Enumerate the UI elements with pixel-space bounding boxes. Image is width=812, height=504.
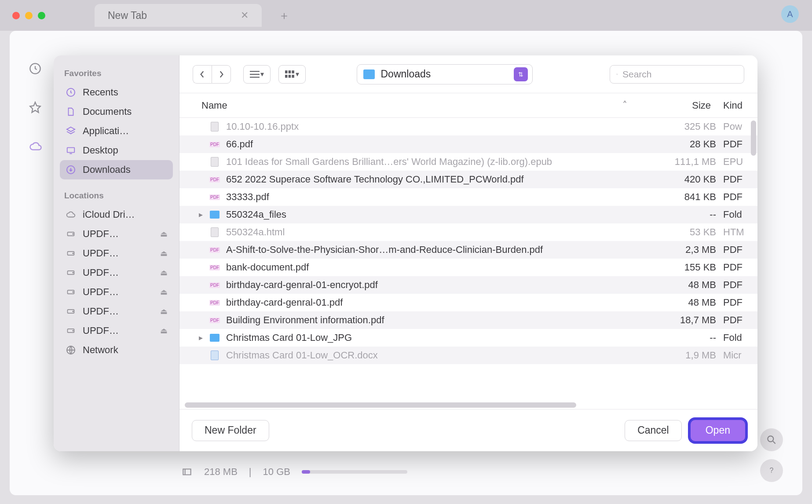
sort-toggle-icon[interactable]: ⇅ [514, 67, 528, 81]
chevron-down-icon: ▾ [296, 70, 299, 78]
eject-icon[interactable]: ⏏ [160, 248, 168, 258]
sidebar-item-downloads[interactable]: Downloads [60, 160, 173, 179]
download-icon [65, 164, 77, 175]
file-row[interactable]: Christmas Card 01-Low_OCR.docx1,9 MBMicr [179, 347, 757, 364]
sidebar-item-desktop[interactable]: Desktop [60, 141, 173, 160]
minimize-window-button[interactable] [25, 12, 33, 19]
browser-tab[interactable]: New Tab ✕ [95, 4, 262, 27]
back-button[interactable] [193, 65, 212, 84]
sidebar-item-updf[interactable]: UPDF…⏏ [60, 244, 173, 263]
sidebar-item-label: Desktop [83, 145, 168, 156]
locations-header: Locations [60, 187, 173, 203]
file-size: 2,3 MB [637, 244, 723, 256]
file-row[interactable]: ▸550324a_files--Fold [179, 206, 757, 223]
svg-rect-18 [250, 71, 260, 72]
svg-rect-23 [292, 70, 294, 73]
file-row[interactable]: PDFBuilding Environment information.pdf1… [179, 311, 757, 329]
storage-status: 218 MB | 10 GB [181, 466, 407, 478]
search-icon [616, 69, 618, 79]
pdf-icon: PDF [209, 177, 220, 183]
sidebar-item-recents[interactable]: Recents [60, 83, 173, 102]
open-button[interactable]: Open [691, 420, 745, 441]
eject-icon[interactable]: ⏏ [160, 268, 168, 278]
file-row[interactable]: 550324a.html53 KBHTM [179, 223, 757, 241]
file-icon [211, 227, 219, 237]
disk-icon [65, 325, 77, 336]
column-size[interactable]: Size [637, 100, 723, 111]
file-row[interactable]: PDFbank-document.pdf155 KBPDF [179, 259, 757, 276]
sidebar-item-documents[interactable]: Documents [60, 102, 173, 121]
file-name: Christmas Card 01-Low_JPG [226, 332, 637, 343]
file-name: 101 Ideas for Small Gardens Brilliant…er… [226, 156, 637, 168]
column-name[interactable]: Name ˄ [201, 100, 637, 111]
pdf-icon: PDF [209, 300, 220, 306]
close-tab-icon[interactable]: ✕ [241, 10, 249, 21]
sidebar-item-label: Applicati… [83, 125, 168, 137]
sidebar-item-iclouddri[interactable]: iCloud Dri… [60, 205, 173, 224]
fullscreen-window-button[interactable] [38, 12, 45, 19]
file-size: 841 KB [637, 191, 723, 203]
star-icon[interactable] [29, 101, 43, 115]
horizontal-scrollbar[interactable] [185, 402, 576, 408]
file-size: 111,1 MB [637, 156, 723, 168]
file-kind: PDF [723, 262, 757, 273]
file-name: bank-document.pdf [226, 262, 637, 273]
file-name: Christmas Card 01-Low_OCR.docx [226, 350, 637, 361]
file-size: -- [637, 209, 723, 220]
sidebar-item-updf[interactable]: UPDF…⏏ [60, 282, 173, 302]
file-row[interactable]: PDFA-Shift-to-Solve-the-Physician-Shor…m… [179, 241, 757, 259]
docx-icon [211, 351, 219, 360]
file-row[interactable]: PDFbirthday-card-genral-01.pdf48 MBPDF [179, 294, 757, 311]
desktop-icon [65, 145, 77, 156]
clock-icon [65, 87, 77, 98]
sidebar-item-updf[interactable]: UPDF…⏏ [60, 321, 173, 340]
file-kind: Micr [723, 350, 757, 361]
file-row[interactable]: PDF66.pdf28 KBPDF [179, 135, 757, 153]
file-icon [211, 157, 219, 167]
file-row[interactable]: PDF652 2022 Superace Software Technology… [179, 171, 757, 188]
svg-point-12 [73, 292, 73, 292]
cloud-icon [65, 209, 77, 220]
search-input[interactable] [622, 69, 738, 80]
vertical-scrollbar[interactable] [751, 121, 756, 156]
file-kind: Fold [723, 332, 757, 343]
sidebar-item-updf[interactable]: UPDF…⏏ [60, 263, 173, 282]
sidebar-item-network[interactable]: Network [60, 340, 173, 360]
location-selector[interactable]: Downloads ⇅ [357, 64, 533, 84]
svg-point-6 [73, 234, 73, 234]
new-folder-button[interactable]: New Folder [192, 420, 269, 441]
cloud-icon[interactable] [29, 140, 43, 154]
view-grid-button[interactable]: ▾ [278, 65, 306, 84]
forward-button[interactable] [212, 65, 231, 84]
view-list-button[interactable]: ▾ [243, 65, 271, 84]
file-kind: PDF [723, 191, 757, 203]
disk-icon [65, 286, 77, 298]
sidebar-item-updf[interactable]: UPDF…⏏ [60, 302, 173, 321]
search-fab[interactable] [760, 428, 783, 451]
sidebar-item-label: Recents [83, 87, 168, 98]
cancel-button[interactable]: Cancel [625, 420, 682, 441]
eject-icon[interactable]: ⏏ [160, 307, 168, 316]
disclosure-triangle[interactable]: ▸ [199, 333, 209, 343]
sidebar-item-label: Network [83, 344, 168, 356]
eject-icon[interactable]: ⏏ [160, 326, 168, 336]
eject-icon[interactable]: ⏏ [160, 287, 168, 297]
disclosure-triangle[interactable]: ▸ [199, 210, 209, 219]
eject-icon[interactable]: ⏏ [160, 229, 168, 239]
file-row[interactable]: PDF33333.pdf841 KBPDF [179, 188, 757, 206]
file-row[interactable]: 10.10-10.16.pptx325 KBPow [179, 118, 757, 135]
file-row[interactable]: PDFbirthday-card-genral-01-encryot.pdf48… [179, 276, 757, 294]
clock-icon[interactable] [29, 62, 43, 77]
file-size: 28 KB [637, 139, 723, 150]
close-window-button[interactable] [12, 12, 20, 19]
dialog-toolbar: ▾ ▾ Downloads ⇅ [179, 55, 757, 93]
new-tab-button[interactable]: ＋ [276, 7, 293, 24]
column-kind[interactable]: Kind [723, 100, 757, 111]
sidebar-item-applicati[interactable]: Applicati… [60, 121, 173, 141]
search-field[interactable] [610, 65, 744, 84]
help-fab[interactable]: ? [760, 459, 783, 482]
sidebar-item-updf[interactable]: UPDF…⏏ [60, 224, 173, 244]
file-row[interactable]: 101 Ideas for Small Gardens Brilliant…er… [179, 153, 757, 171]
file-row[interactable]: ▸Christmas Card 01-Low_JPG--Fold [179, 329, 757, 347]
profile-avatar[interactable]: A [781, 5, 799, 23]
